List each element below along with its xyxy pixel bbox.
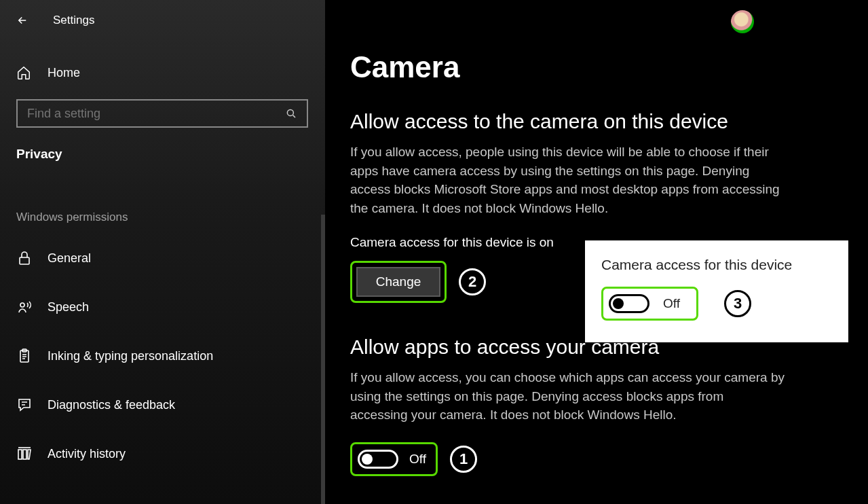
- svg-rect-1: [20, 257, 29, 264]
- nav-item-label: Activity history: [48, 447, 126, 461]
- search-icon: [285, 107, 297, 120]
- nav-item-inking[interactable]: Inking & typing personalization: [0, 331, 325, 380]
- nav-list: General Speech Inking & typing personali…: [0, 234, 325, 478]
- section-heading-access: Allow access to the camera on this devic…: [350, 110, 844, 133]
- section-description-apps: If you allow access, you can choose whic…: [350, 368, 785, 425]
- apps-access-toggle-label: Off: [409, 452, 426, 467]
- svg-rect-6: [23, 450, 26, 459]
- window-title: Settings: [53, 14, 94, 27]
- nav-item-label: Inking & typing personalization: [48, 349, 213, 363]
- user-avatar-icon[interactable]: [731, 10, 754, 33]
- nav-home-label: Home: [48, 66, 80, 80]
- page-title: Camera: [350, 50, 844, 84]
- nav-item-diagnostics[interactable]: Diagnostics & feedback: [0, 380, 325, 429]
- device-access-toggle[interactable]: [609, 294, 649, 313]
- section-description-access: If you allow access, people using this d…: [350, 143, 785, 217]
- annotation-highlight-3: Off: [601, 287, 698, 321]
- lock-icon: [16, 250, 33, 266]
- back-arrow-icon[interactable]: [16, 14, 29, 26]
- device-access-toggle-label: Off: [663, 296, 680, 311]
- nav-group-label: Windows permissions: [16, 211, 309, 224]
- window-header: Settings: [0, 0, 325, 41]
- speech-icon: [16, 299, 33, 315]
- nav-item-label: Speech: [48, 300, 89, 314]
- settings-sidebar: Settings Home Privacy Windows permission…: [0, 0, 326, 504]
- history-icon: [16, 446, 33, 462]
- svg-point-0: [287, 109, 293, 115]
- nav-item-general[interactable]: General: [0, 234, 325, 283]
- annotation-badge-1: 1: [450, 446, 477, 473]
- annotation-badge-3: 3: [724, 290, 751, 317]
- nav-item-label: Diagnostics & feedback: [48, 398, 175, 412]
- feedback-icon: [16, 397, 33, 413]
- camera-access-flyout: Camera access for this device Off 3: [585, 240, 848, 342]
- svg-rect-5: [18, 450, 22, 459]
- apps-access-toggle[interactable]: [358, 450, 398, 469]
- search-input[interactable]: [27, 107, 285, 121]
- nav-home[interactable]: Home: [0, 57, 325, 88]
- nav-item-activity[interactable]: Activity history: [0, 429, 325, 478]
- clipboard-icon: [16, 348, 33, 364]
- svg-point-2: [20, 303, 24, 307]
- settings-category: Privacy: [16, 147, 309, 162]
- home-icon: [16, 65, 31, 80]
- nav-item-speech[interactable]: Speech: [0, 283, 325, 331]
- flyout-title: Camera access for this device: [601, 257, 832, 273]
- annotation-highlight-1: Off: [350, 442, 438, 476]
- annotation-badge-2: 2: [459, 268, 486, 295]
- search-box[interactable]: [16, 99, 308, 128]
- annotation-highlight-2: Change: [350, 261, 447, 303]
- nav-item-label: General: [48, 251, 91, 266]
- change-button[interactable]: Change: [356, 267, 440, 297]
